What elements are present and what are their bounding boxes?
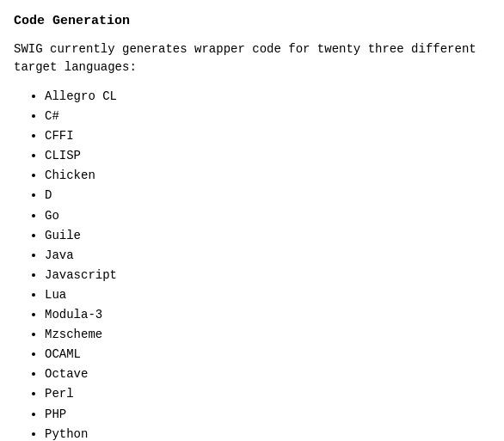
- page-title: Code Generation: [14, 14, 487, 28]
- list-item: Python: [45, 425, 487, 441]
- list-item: C#: [45, 107, 487, 126]
- list-item: Javascript: [45, 266, 487, 285]
- list-item: OCAML: [45, 345, 487, 364]
- list-item: PHP: [45, 405, 487, 425]
- list-item: CLISP: [45, 146, 487, 166]
- description-text: SWIG currently generates wrapper code fo…: [14, 40, 487, 77]
- list-item: D: [45, 186, 487, 205]
- list-item: Perl: [45, 384, 487, 404]
- language-list: Allegro CLC#CFFICLISPChickenDGoGuileJava…: [14, 87, 487, 441]
- list-item: Mzscheme: [45, 325, 487, 345]
- list-item: Modula-3: [45, 305, 487, 325]
- list-item: Go: [45, 206, 487, 226]
- list-item: Guile: [45, 226, 487, 246]
- list-item: Java: [45, 246, 487, 266]
- list-item: Chicken: [45, 166, 487, 186]
- list-item: CFFI: [45, 126, 487, 146]
- list-item: Lua: [45, 285, 487, 305]
- list-item: Allegro CL: [45, 87, 487, 107]
- list-item: Octave: [45, 364, 487, 384]
